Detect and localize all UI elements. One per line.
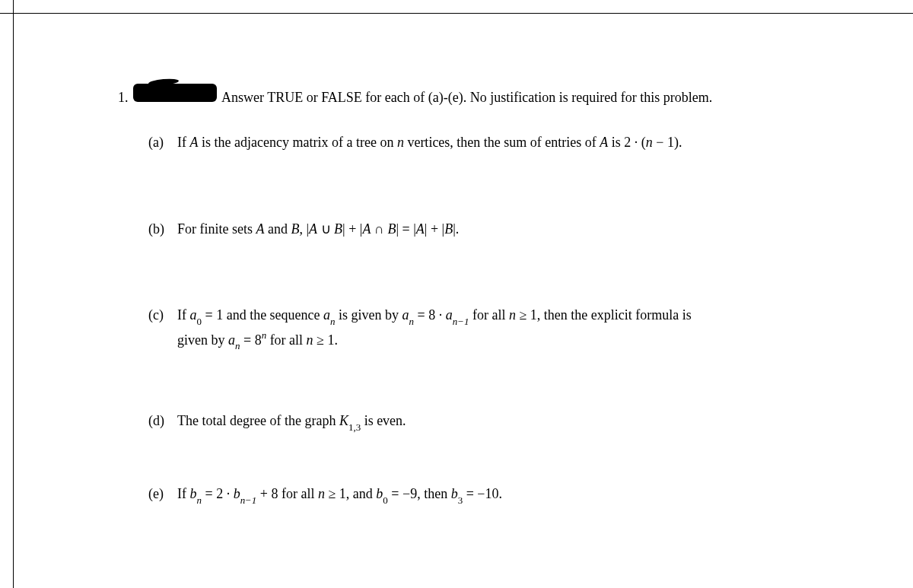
part-c-label: (c): [148, 304, 170, 326]
part-d-text: The total degree of the graph K1,3 is ev…: [177, 410, 406, 434]
question-content: 1. Answer TRUE or FALSE for each of (a)-…: [118, 84, 712, 507]
part-b-text: For finite sets A and B, |A ∪ B| + |A ∩ …: [177, 218, 459, 240]
part-e: (e) If bn = 2 · bn−1 + 8 for all n ≥ 1, …: [148, 483, 712, 507]
page-top-border: [0, 0, 913, 14]
sub-parts: (a) If A is the adjacency matrix of a tr…: [148, 132, 712, 507]
part-d-label: (d): [148, 410, 170, 432]
part-b: (b) For finite sets A and B, |A ∪ B| + |…: [148, 218, 712, 240]
question-1: 1. Answer TRUE or FALSE for each of (a)-…: [118, 84, 883, 507]
part-c: (c) If a0 = 1 and the sequence an is giv…: [148, 304, 712, 353]
part-c-text: If a0 = 1 and the sequence an is given b…: [177, 304, 692, 353]
part-e-text: If bn = 2 · bn−1 + 8 for all n ≥ 1, and …: [177, 483, 502, 507]
part-a: (a) If A is the adjacency matrix of a tr…: [148, 132, 712, 154]
part-a-text: If A is the adjacency matrix of a tree o…: [177, 132, 682, 154]
question-intro: 1. Answer TRUE or FALSE for each of (a)-…: [118, 84, 712, 109]
question-number: 1.: [118, 87, 133, 109]
part-b-label: (b): [148, 218, 170, 240]
page-left-border: [0, 0, 14, 588]
part-e-label: (e): [148, 483, 170, 505]
part-d: (d) The total degree of the graph K1,3 i…: [148, 410, 712, 434]
redacted-text: [133, 84, 217, 102]
part-a-label: (a): [148, 132, 170, 154]
intro-text: Answer TRUE or FALSE for each of (a)-(e)…: [221, 87, 712, 109]
